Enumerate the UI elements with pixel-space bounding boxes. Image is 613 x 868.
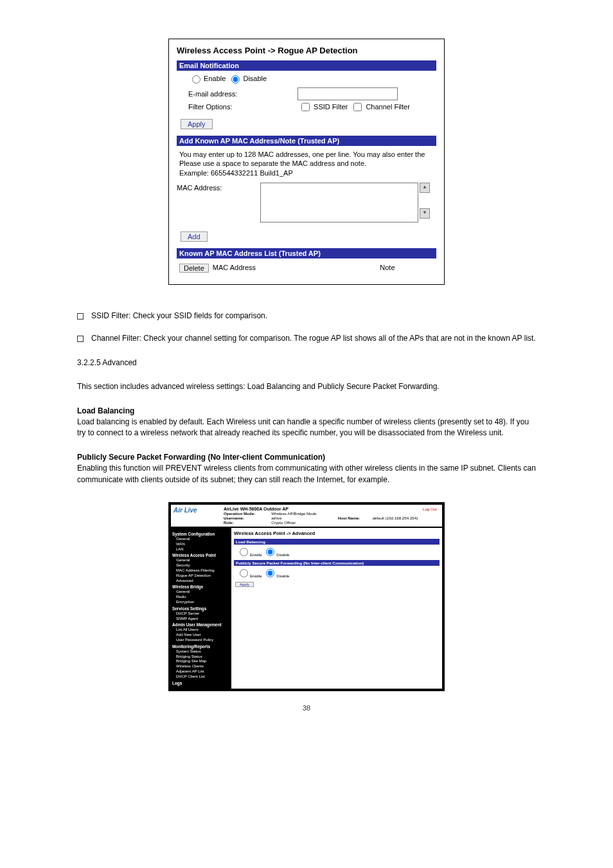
- sidebar-item[interactable]: DHCP Server: [172, 611, 230, 617]
- product-title: AirLive WH-5800A Outdoor AP: [224, 507, 372, 511]
- disable-label-2: Disable: [276, 553, 289, 557]
- sidebar-item[interactable]: General: [172, 537, 230, 542]
- bullet-icon: [77, 336, 84, 342]
- pspf-disable-radio[interactable]: [266, 569, 274, 577]
- sidebar-item[interactable]: Rogue AP Detection: [172, 574, 230, 579]
- email-address-label: E-mail address:: [177, 90, 298, 98]
- add-note-line1: You may enter up to 128 MAC addresses, o…: [179, 150, 425, 158]
- filter-options-label: Filter Options:: [177, 103, 298, 111]
- sidebar-item[interactable]: WAN: [172, 542, 230, 547]
- email-enable-radio[interactable]: [192, 75, 200, 84]
- sidebar-item[interactable]: Radio: [172, 595, 230, 600]
- ssid-filter-label: SSID Filter: [314, 103, 348, 111]
- bullet-icon: [77, 313, 84, 320]
- sidebar-item[interactable]: DHCP Client List: [172, 674, 230, 680]
- known-ap-list-header: Delete MAC Address Note: [177, 262, 436, 275]
- pspf-enable-radio[interactable]: [240, 569, 248, 577]
- col-note: Note: [341, 264, 434, 273]
- sidebar-item[interactable]: General: [172, 558, 230, 563]
- sidebar-group: Monitoring/Reports: [172, 644, 230, 649]
- sidebar-item[interactable]: Wireless Clients: [172, 664, 230, 669]
- mac-address-label: MAC Address:: [177, 183, 260, 192]
- lb-disable-radio[interactable]: [266, 548, 274, 556]
- sidebar-item[interactable]: General: [172, 590, 230, 595]
- sidebar-group: Logs: [172, 681, 230, 685]
- channel-filter-checkbox[interactable]: [353, 103, 362, 111]
- document-body-text: SSID Filter: Check your SSID fields for …: [77, 311, 536, 485]
- pspf-body: Enabling this function will PREVENT wire…: [77, 464, 536, 484]
- role-value: Crypto Officer: [271, 520, 338, 525]
- sidebar-group: System Configuration: [172, 532, 230, 536]
- sidebar-item[interactable]: System Status: [172, 649, 230, 655]
- email-disable-radio[interactable]: [231, 75, 240, 84]
- hostname-value: default (192.168.254.254): [372, 516, 440, 520]
- username-value: airlive: [271, 516, 338, 520]
- hostname-label: Host Name:: [338, 516, 360, 520]
- sidebar-group: Services Settings: [172, 606, 230, 611]
- load-balancing-body: Load balancing is enabled by default. Ea…: [77, 417, 529, 437]
- username-label: Username:: [224, 516, 244, 520]
- ssid-filter-checkbox[interactable]: [301, 103, 310, 111]
- heading-advanced: 3.2.2.5 Advanced: [77, 357, 536, 368]
- sidebar-item[interactable]: MAC Address Filtering: [172, 568, 230, 574]
- sidebar-group: Wireless Access Point: [172, 553, 230, 557]
- sidebar-item[interactable]: Adjacent AP List: [172, 669, 230, 674]
- sidebar-item[interactable]: List All Users: [172, 628, 230, 633]
- admin-header: Air Live AirLive WH-5800A Outdoor AP Log…: [171, 505, 442, 527]
- logout-link[interactable]: Log Out: [423, 507, 437, 511]
- filter-options-group: SSID Filter Channel Filter: [298, 103, 410, 112]
- rogue-ap-panel: Wireless Access Point -> Rogue AP Detect…: [168, 39, 445, 285]
- enable-label-2: Enable: [250, 553, 262, 557]
- email-address-input[interactable]: [298, 87, 398, 100]
- add-note-line2: Please use a space to separate the MAC a…: [179, 159, 366, 167]
- channel-filter-text: Channel Filter: Check your channel setti…: [91, 333, 536, 344]
- sidebar-item[interactable]: Bridging Status: [172, 655, 230, 660]
- lb-enable-radio[interactable]: [240, 548, 248, 556]
- section-email-notification: Email Notification: [177, 60, 436, 71]
- sidebar-item[interactable]: LAN: [172, 547, 230, 552]
- sidebar-item[interactable]: Advanced: [172, 579, 230, 584]
- section-known-ap-list: Known AP MAC Address List (Trusted AP): [177, 248, 436, 258]
- opmode-value: Wireless AP/Bridge Mode: [271, 511, 338, 516]
- disable-label-3: Disable: [276, 574, 289, 578]
- page-number: 38: [39, 704, 574, 712]
- sidebar-item[interactable]: Bridging Site Map: [172, 659, 230, 664]
- add-note-line3: Example: 665544332211 Build1_AP: [179, 169, 293, 177]
- airlive-logo: Air Live: [173, 507, 224, 514]
- scroll-up-icon[interactable]: ▲: [420, 183, 430, 193]
- admin-breadcrumb: Wireless Access Point -> Advanced: [234, 530, 440, 536]
- sidebar-item[interactable]: SNMP Agent: [172, 617, 230, 622]
- apply-button[interactable]: Apply: [181, 119, 213, 129]
- mac-address-textarea[interactable]: [260, 183, 418, 222]
- section-add-known-ap: Add Known AP MAC Address/Note (Trusted A…: [177, 136, 436, 146]
- add-button[interactable]: Add: [181, 231, 208, 242]
- breadcrumb: Wireless Access Point -> Rogue AP Detect…: [177, 46, 436, 55]
- sidebar-group: Admin User Management: [172, 622, 230, 627]
- textarea-scrollbar: ▲ ▼: [420, 183, 429, 219]
- disable-label: Disable: [243, 75, 267, 82]
- enable-label: Enable: [204, 75, 226, 82]
- email-enable-group: Enable Disable: [177, 75, 436, 84]
- opmode-label: Operation Mode:: [224, 511, 255, 516]
- ssid-filter-text: SSID Filter: Check your SSID fields for …: [91, 311, 267, 321]
- role-label: Role:: [224, 520, 233, 525]
- advanced-intro: This section includes advanced wireless …: [77, 381, 536, 392]
- add-note-text: You may enter up to 128 MAC addresses, o…: [177, 150, 436, 183]
- sidebar-item[interactable]: Encryption: [172, 600, 230, 605]
- section-load-balancing: Load Balancing: [234, 539, 440, 545]
- pspf-heading: Publicly Secure Packet Forwarding (No In…: [77, 453, 325, 462]
- enable-label-3: Enable: [250, 574, 262, 578]
- apply-button-2[interactable]: Apply: [235, 582, 254, 587]
- channel-filter-label: Channel Filter: [366, 103, 409, 111]
- admin-ui-screenshot: Air Live AirLive WH-5800A Outdoor AP Log…: [168, 502, 445, 691]
- admin-sidebar: System Configuration General WAN LAN Wir…: [171, 528, 231, 689]
- section-pspf: Publicly Secure Packet Forwarding (No In…: [234, 560, 440, 566]
- sidebar-group: Wireless Bridge: [172, 584, 230, 589]
- col-mac-address: MAC Address: [213, 264, 341, 273]
- delete-button[interactable]: Delete: [179, 264, 209, 273]
- load-balancing-heading: Load Balancing: [77, 406, 134, 415]
- sidebar-item[interactable]: Security: [172, 563, 230, 568]
- scroll-down-icon[interactable]: ▼: [420, 208, 430, 219]
- sidebar-item[interactable]: User Password Policy: [172, 638, 230, 643]
- sidebar-item[interactable]: Add New User: [172, 633, 230, 638]
